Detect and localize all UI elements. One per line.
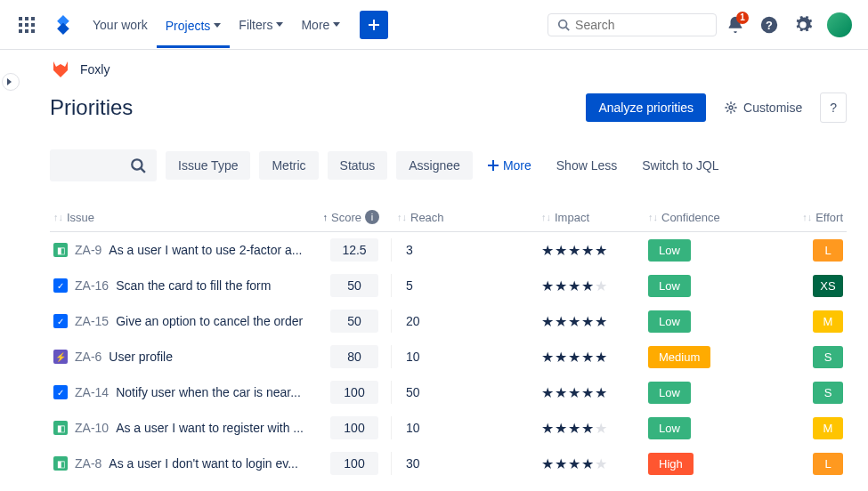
impact-stars[interactable]: ★★★★★ (541, 313, 648, 330)
profile-avatar[interactable] (822, 7, 857, 43)
filter-bar: Issue TypeMetricStatusAssignee More Show… (50, 149, 847, 181)
story-icon: ◧ (53, 456, 68, 471)
effort-tag[interactable]: L (813, 453, 843, 475)
column-header-score[interactable]: ↑Scorei (308, 210, 392, 224)
effort-tag[interactable]: S (813, 382, 843, 404)
star-icon: ★ (568, 278, 580, 294)
star-icon: ★ (541, 420, 554, 437)
table-row[interactable]: ◧ ZA-10 As a user I want to register wit… (50, 410, 847, 446)
score-value[interactable]: 100 (330, 452, 378, 475)
reach-value[interactable]: 3 (392, 243, 541, 257)
star-icon: ★ (568, 242, 580, 259)
customise-button[interactable]: Customise (713, 93, 813, 122)
effort-tag[interactable]: M (813, 417, 843, 439)
table-row[interactable]: ✓ ZA-14 Notify user when the car is near… (50, 374, 847, 410)
impact-stars[interactable]: ★★★★★ (541, 384, 648, 401)
filter-chip-assignee[interactable]: Assignee (396, 151, 473, 180)
jira-logo-icon[interactable] (46, 12, 80, 38)
issue-key: ZA-14 (75, 385, 109, 399)
table-row[interactable]: ◧ ZA-9 As a user I want to use 2-factor … (50, 232, 847, 268)
reach-value[interactable]: 20 (392, 314, 541, 328)
issue-key: ZA-16 (75, 278, 109, 293)
epic-icon: ⚡ (53, 350, 68, 364)
effort-tag[interactable]: S (813, 346, 843, 368)
confidence-tag[interactable]: Low (648, 417, 691, 439)
star-icon: ★ (581, 455, 594, 472)
star-icon: ★ (555, 313, 567, 330)
confidence-tag[interactable]: Low (648, 275, 691, 297)
impact-stars[interactable]: ★★★★★ (541, 349, 648, 366)
svg-rect-8 (31, 29, 35, 33)
reach-value[interactable]: 30 (392, 456, 541, 471)
nav-your-work[interactable]: Your work (84, 11, 157, 39)
nav-projects[interactable]: Projects (157, 11, 231, 48)
impact-stars[interactable]: ★★★★★ (541, 242, 648, 259)
table-row[interactable]: ⚡ ZA-6 User profile 80 10 ★★★★★ Medium S (50, 339, 847, 374)
score-value[interactable]: 100 (330, 381, 378, 404)
reach-value[interactable]: 50 (392, 385, 541, 399)
svg-rect-0 (19, 17, 22, 20)
star-icon: ★ (581, 420, 594, 437)
help-button[interactable]: ? (754, 10, 784, 40)
column-header-issue[interactable]: ↑↓Issue (50, 211, 308, 224)
impact-stars[interactable]: ★★★★★ (541, 278, 648, 294)
table-row[interactable]: ✓ ZA-16 Scan the card to fill the form 5… (50, 268, 847, 303)
confidence-tag[interactable]: Low (648, 382, 691, 404)
effort-tag[interactable]: L (813, 239, 843, 262)
effort-tag[interactable]: M (813, 310, 843, 333)
settings-button[interactable] (788, 10, 818, 40)
star-icon: ★ (595, 278, 607, 294)
confidence-tag[interactable]: Low (648, 239, 691, 262)
impact-stars[interactable]: ★★★★★ (541, 420, 648, 437)
column-header-reach[interactable]: ↑↓Reach (392, 211, 541, 224)
switch-to-jql-link[interactable]: Switch to JQL (642, 158, 718, 173)
analyze-priorities-button[interactable]: Analyze priorities (586, 93, 706, 122)
impact-stars[interactable]: ★★★★★ (541, 455, 648, 472)
chevron-down-icon (214, 23, 221, 28)
filter-search-button[interactable] (50, 149, 157, 181)
confidence-tag[interactable]: Low (648, 310, 691, 333)
breadcrumb[interactable]: Foxly (50, 59, 847, 80)
app-switcher-icon[interactable] (11, 9, 43, 41)
column-header-confidence[interactable]: ↑↓Confidence (648, 211, 764, 224)
score-value[interactable]: 100 (330, 416, 378, 439)
star-icon: ★ (541, 313, 554, 330)
filter-chip-issue-type[interactable]: Issue Type (166, 151, 250, 180)
star-icon: ★ (541, 242, 554, 259)
issue-summary: User profile (109, 350, 173, 364)
score-value[interactable]: 12.5 (330, 238, 378, 262)
reach-value[interactable]: 10 (392, 350, 541, 364)
nav-more[interactable]: More (292, 11, 349, 39)
nav-filters[interactable]: Filters (230, 11, 292, 39)
notifications-button[interactable]: 1 (720, 10, 750, 40)
reach-value[interactable]: 5 (392, 278, 541, 293)
star-icon: ★ (568, 455, 580, 472)
score-value[interactable]: 80 (330, 345, 378, 368)
show-less-link[interactable]: Show Less (556, 158, 617, 173)
svg-rect-1 (25, 17, 28, 20)
reach-value[interactable]: 10 (392, 421, 541, 435)
svg-rect-7 (25, 29, 28, 33)
star-icon: ★ (555, 455, 567, 472)
table-row[interactable]: ◧ ZA-8 As a user I don't want to login e… (50, 446, 847, 481)
effort-tag[interactable]: XS (813, 275, 843, 297)
filter-more-button[interactable]: More (487, 158, 531, 173)
page-help-button[interactable]: ? (820, 93, 847, 123)
star-icon: ★ (595, 313, 607, 330)
confidence-tag[interactable]: Medium (648, 346, 710, 368)
filter-chip-status[interactable]: Status (328, 151, 388, 180)
score-value[interactable]: 50 (330, 274, 378, 297)
column-header-effort[interactable]: ↑↓Effort (764, 211, 847, 224)
search-input[interactable] (548, 13, 717, 36)
confidence-tag[interactable]: High (648, 453, 694, 475)
sidebar-expand-button[interactable] (2, 73, 20, 91)
filter-chip-metric[interactable]: Metric (259, 151, 318, 180)
top-navigation: Your work Projects Filters More 1 ? (0, 0, 868, 50)
issue-summary: Notify user when the car is near... (116, 385, 301, 399)
issue-key: ZA-8 (75, 456, 101, 471)
score-value[interactable]: 50 (330, 310, 378, 333)
create-button[interactable] (360, 11, 388, 39)
column-header-impact[interactable]: ↑↓Impact (541, 211, 648, 224)
table-row[interactable]: ✓ ZA-15 Give an option to cancel the ord… (50, 303, 847, 339)
sort-icon: ↑↓ (648, 212, 658, 222)
